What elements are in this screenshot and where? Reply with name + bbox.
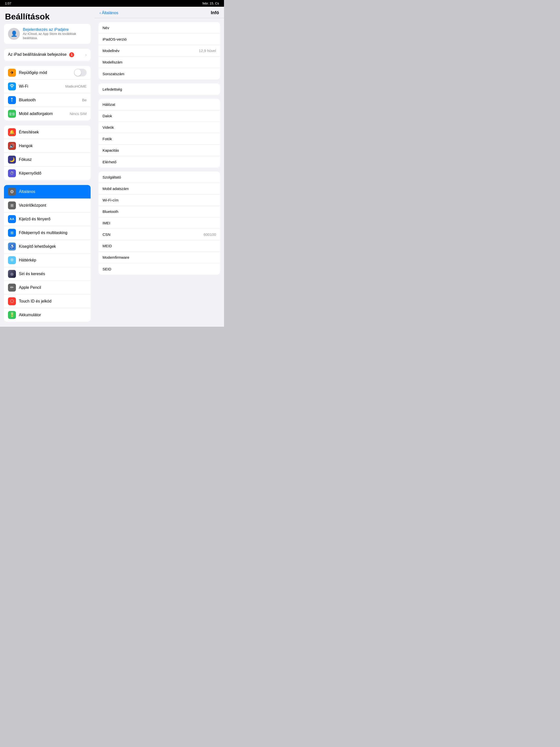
applepencil-icon: ✏	[8, 284, 16, 291]
wifi-icon	[8, 82, 16, 91]
settings-row-sounds[interactable]: 🔊 Hangok	[4, 139, 90, 153]
settings-group-notifications: 🔔 Értesítések 🔊 Hangok 🌙 Fókusz ⏱ Képern…	[4, 126, 90, 180]
info-row-name: Név	[99, 22, 220, 34]
info-row-csn: CSN 600100	[99, 229, 220, 240]
screentime-icon: ⏱	[8, 169, 16, 177]
settings-row-wifi[interactable]: Wi-Fi MatkoHOME	[4, 80, 90, 93]
modelnr-label: Modellszám	[103, 60, 123, 64]
name-label: Név	[103, 26, 109, 30]
photos-label: Fotók	[103, 137, 112, 141]
settings-row-touchid[interactable]: ⬡ Touch ID és jelkód	[4, 294, 90, 308]
account-info: Bejelentkezés az iPadjére Az iCloud, az …	[23, 27, 87, 40]
status-date: febr. 15. Cs	[203, 1, 219, 5]
info-row-bluetooth-addr: Bluetooth	[99, 206, 220, 217]
controlcenter-label: Vezérlőközpont	[19, 203, 87, 208]
info-group-network: Szolgáltató Mobil adatszám Wi-Fi-cím Blu…	[99, 172, 220, 275]
controlcenter-icon: ⊞	[8, 202, 16, 209]
settings-row-bluetooth[interactable]: ⭡ Bluetooth Be	[4, 93, 90, 107]
account-signin-label: Bejelentkezés az iPadjére	[23, 27, 87, 32]
info-row-photos: Fotók	[99, 133, 220, 145]
info-row-imei: IMEI	[99, 217, 220, 229]
serial-label: Sorozatszám	[103, 72, 125, 76]
settings-row-wallpaper[interactable]: ❊ Háttérkép	[4, 254, 90, 267]
settings-row-controlcenter[interactable]: ⊞ Vezérlőközpont	[4, 199, 90, 212]
info-row-coverage: Lefedettség	[99, 83, 220, 95]
info-panel: ‹ Általános Infó Név iPadOS-verzió Model…	[95, 7, 224, 327]
info-group-storage: Hálózat Dalok Videók Fotók Kapacitás Elé…	[99, 99, 220, 168]
info-title: Infó	[211, 10, 219, 16]
notifications-label: Értesítések	[19, 130, 87, 134]
bluetooth-value: Be	[82, 98, 87, 102]
setup-banner-text: Az iPad beállításának befejezése 1	[8, 52, 74, 57]
info-row-ipados: iPadOS-verzió	[99, 34, 220, 45]
wallpaper-label: Háttérkép	[19, 258, 87, 262]
settings-row-homescreen[interactable]: ⊞ Főképernyő és multitasking	[4, 226, 90, 240]
wifi-value: MatkoHOME	[65, 84, 87, 88]
info-row-capacity: Kapacitás	[99, 145, 220, 156]
avatar: 👤	[8, 28, 20, 40]
accessibility-icon: ♿	[8, 242, 16, 251]
avatar-icon: 👤	[11, 31, 18, 37]
available-label: Elérhető	[103, 160, 116, 164]
info-back-button[interactable]: ‹ Általános	[100, 11, 118, 15]
bluetooth-icon: ⭡	[8, 96, 16, 104]
info-row-serial: Sorozatszám	[99, 68, 220, 79]
settings-row-focus[interactable]: 🌙 Fókusz	[4, 153, 90, 166]
status-bar: 1:07 febr. 15. Cs	[0, 0, 224, 7]
settings-row-display[interactable]: AA Kijelző és fényerő	[4, 212, 90, 226]
modelname-value: 12,9 hüvel	[199, 49, 216, 53]
info-row-provider: Szolgáltató	[99, 172, 220, 183]
general-label: Általános	[19, 189, 87, 194]
settings-title: Beállítások	[0, 7, 95, 24]
settings-row-accessibility[interactable]: ♿ Kisegítő lehetőségek	[4, 240, 90, 254]
info-row-songs: Dalok	[99, 110, 220, 122]
settings-group-connectivity: ✈ Repülőgép mód Wi-Fi MatkoHOME ⭡ Blueto…	[4, 66, 90, 121]
info-row-wificim: Wi-Fi-cím	[99, 195, 220, 206]
settings-row-mobile[interactable]: ((·)) Mobil adatforgalom Nincs SIM	[4, 107, 90, 121]
bluetooth-label: Bluetooth	[19, 98, 79, 102]
sounds-label: Hangok	[19, 144, 87, 148]
network-label: Hálózat	[103, 102, 115, 107]
info-group-coverage: Lefedettség	[99, 83, 220, 95]
setup-badge: 1	[69, 52, 74, 57]
songs-label: Dalok	[103, 114, 112, 118]
info-row-network: Hálózat	[99, 99, 220, 110]
modelname-label: Modellnév	[103, 49, 119, 53]
siri-label: Siri és keresés	[19, 272, 87, 276]
mobile-value: Nincs SIM	[70, 111, 87, 116]
airplane-toggle[interactable]	[74, 69, 87, 76]
info-header: ‹ Általános Infó	[95, 7, 224, 18]
notifications-icon: 🔔	[8, 128, 16, 136]
settings-group-general: ⚙ Általános ⊞ Vezérlőközpont AA Kijelző …	[4, 185, 90, 322]
back-label: Általános	[102, 11, 118, 15]
mobile-icon: ((·))	[8, 110, 16, 118]
settings-row-airplane[interactable]: ✈ Repülőgép mód	[4, 66, 90, 80]
settings-row-battery[interactable]: 🔋 Akkumulátor	[4, 308, 90, 322]
settings-row-applepencil[interactable]: ✏ Apple Pencil	[4, 281, 90, 294]
account-section[interactable]: 👤 Bejelentkezés az iPadjére Az iCloud, a…	[4, 24, 90, 44]
setup-banner[interactable]: Az iPad beállításának befejezése 1 ›	[4, 49, 90, 61]
focus-icon: 🌙	[8, 156, 16, 163]
general-icon: ⚙	[8, 188, 16, 196]
accessibility-label: Kisegítő lehetőségek	[19, 244, 87, 249]
wallpaper-icon: ❊	[8, 256, 16, 264]
info-row-mobilenr: Mobil adatszám	[99, 183, 220, 195]
settings-row-screentime[interactable]: ⏱ Képernyőidő	[4, 166, 90, 180]
applepencil-label: Apple Pencil	[19, 285, 87, 290]
info-row-modemfw: Modemfirmware	[99, 252, 220, 263]
account-desc: Az iCloud, az App Store és továbbiak beá…	[23, 32, 87, 40]
info-row-seid: SEID	[99, 263, 220, 275]
coverage-label: Lefedettség	[103, 87, 122, 92]
touchid-label: Touch ID és jelkód	[19, 299, 87, 304]
ipados-label: iPadOS-verzió	[103, 37, 127, 41]
touchid-icon: ⬡	[8, 297, 16, 305]
capacity-label: Kapacitás	[103, 148, 119, 152]
battery-label: Akkumulátor	[19, 313, 87, 317]
info-row-meid: MEID	[99, 240, 220, 252]
settings-row-general[interactable]: ⚙ Általános	[4, 185, 90, 199]
settings-row-notifications[interactable]: 🔔 Értesítések	[4, 126, 90, 139]
sounds-icon: 🔊	[8, 142, 16, 150]
settings-row-siri[interactable]: ◎ Siri és keresés	[4, 267, 90, 281]
info-row-modelname: Modellnév 12,9 hüvel	[99, 45, 220, 56]
homescreen-label: Főképernyő és multitasking	[19, 231, 87, 235]
